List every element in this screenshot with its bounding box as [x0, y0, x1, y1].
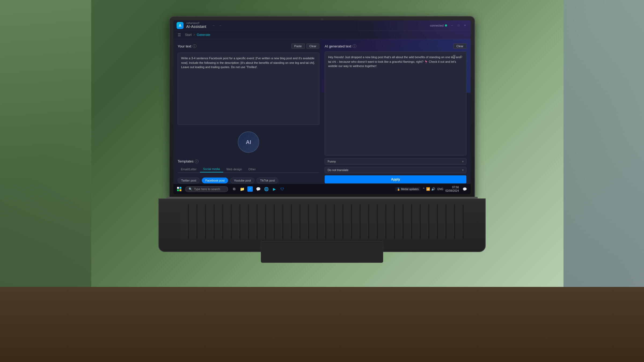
- app2-icon: ▶: [273, 187, 276, 191]
- ai-avatar: AI: [238, 131, 259, 153]
- taskbar-discord[interactable]: 💬: [254, 185, 262, 193]
- ai-generated-text: Hey friends! Just dropped a new blog pos…: [328, 56, 461, 68]
- window-controls: − □ ×: [450, 23, 467, 28]
- title-bar-right: connected − □ ×: [430, 23, 467, 28]
- ai-avatar-section: AI: [178, 129, 319, 156]
- ai-generated-header: AI generated text i Clear: [325, 43, 466, 49]
- notification-button[interactable]: 💬: [461, 185, 469, 193]
- tone-select-wrapper: FunnyFormalCasualProfessional ▼: [325, 158, 466, 165]
- right-panel: AI generated text i Clear Hey friends! J…: [325, 43, 466, 183]
- tone-select[interactable]: FunnyFormalCasualProfessional: [325, 158, 466, 165]
- title-bar-left: A Ashampoo® AI-Assistant ← →: [177, 22, 223, 29]
- task-view-button[interactable]: ⧉: [230, 185, 238, 193]
- laptop-lid: A Ashampoo® AI-Assistant ← → connected: [169, 16, 475, 198]
- templates-info-icon[interactable]: i: [195, 160, 199, 163]
- left-panel: Your text i Paste Clear Write a 3-4 sent…: [178, 43, 319, 183]
- chip-youtube[interactable]: Youtube post: [230, 178, 254, 183]
- ai-text-actions: 🗍 ⚙: [451, 54, 464, 60]
- templates-header: Templates i: [178, 159, 319, 163]
- laptop-keyboard: [180, 204, 464, 239]
- breadcrumb-start[interactable]: Start: [185, 33, 192, 37]
- taskbar-app3[interactable]: 🛡: [279, 185, 286, 193]
- clear-button-right[interactable]: Clear: [453, 43, 466, 49]
- taskbar-app2[interactable]: ▶: [270, 185, 278, 193]
- search-placeholder: Type here to search: [194, 187, 220, 191]
- nav-bar: ☰ Start > Generate: [173, 31, 471, 39]
- taskbar: 🔍 Type here to search ⧉ 📁 ✓: [173, 184, 471, 194]
- paste-button[interactable]: Paste: [291, 43, 305, 49]
- start-button[interactable]: [175, 185, 183, 193]
- tab-email[interactable]: Email/Letter: [178, 166, 200, 172]
- laptop-screen: A Ashampoo® AI-Assistant ← → connected: [173, 20, 471, 194]
- notification-icon: 💬: [463, 187, 467, 191]
- connected-label: connected: [430, 24, 444, 27]
- app-window: A Ashampoo® AI-Assistant ← → connected: [173, 20, 471, 194]
- right-panel-content: AI generated text i Clear Hey friends! J…: [325, 43, 466, 183]
- medal-icon: 🏅: [397, 188, 400, 191]
- tab-social[interactable]: Social media: [200, 166, 223, 172]
- close-button[interactable]: ×: [463, 23, 467, 28]
- network-icon[interactable]: 📶: [426, 187, 430, 191]
- taskbar-chrome[interactable]: 🌐: [262, 185, 270, 193]
- medal-updates[interactable]: 🏅 Medal updates: [395, 187, 420, 191]
- app-icon: A: [177, 22, 184, 29]
- maximize-button[interactable]: □: [456, 23, 461, 28]
- forward-arrow[interactable]: →: [218, 23, 223, 28]
- sys-icons: ⌃ 📶 🔊: [422, 187, 435, 191]
- chip-twitter[interactable]: Twitter post: [178, 178, 200, 183]
- taskbar-app1[interactable]: ✓: [246, 185, 254, 193]
- breadcrumb-generate[interactable]: Generate: [197, 33, 210, 37]
- search-icon: 🔍: [189, 187, 192, 191]
- laptop-trackpad[interactable]: [261, 241, 383, 263]
- ai-generated-info-icon[interactable]: i: [353, 44, 356, 48]
- laptop-base: [158, 198, 486, 252]
- app-branding: Ashampoo® AI-Assistant: [186, 22, 206, 29]
- copy-button[interactable]: 🗍: [451, 54, 457, 60]
- title-bar: A Ashampoo® AI-Assistant ← → connected: [173, 20, 471, 31]
- chip-tiktok[interactable]: TikTok post: [257, 178, 278, 183]
- main-content: Your text i Paste Clear Write a 3-4 sent…: [173, 39, 471, 188]
- chrome-icon: 🌐: [264, 187, 269, 191]
- template-tabs: Email/Letter Social media Web design Oth…: [178, 166, 319, 173]
- settings-button[interactable]: ⚙: [458, 54, 464, 60]
- nav-arrows: ← →: [211, 23, 223, 28]
- back-arrow[interactable]: ←: [211, 23, 217, 28]
- translate-select[interactable]: Do not translateEnglishGermanFrench: [325, 167, 466, 173]
- task-view-icon: ⧉: [233, 187, 235, 191]
- taskbar-sys: 🏅 Medal updates ⌃ 📶 🔊 ENG 07:56 02/08/20…: [395, 185, 469, 193]
- minimize-button[interactable]: −: [450, 23, 455, 28]
- templates-title: Templates i: [178, 159, 199, 163]
- volume-icon[interactable]: 🔊: [431, 187, 435, 191]
- hamburger-menu[interactable]: ☰: [178, 33, 181, 37]
- taskbar-search[interactable]: 🔍 Type here to search: [185, 186, 228, 192]
- explorer-icon: 📁: [240, 187, 244, 191]
- taskbar-explorer[interactable]: 📁: [238, 185, 246, 193]
- template-chips: Twitter post Facebook post Youtube post …: [178, 178, 319, 183]
- windows-icon: [177, 187, 181, 191]
- app3-icon: 🛡: [280, 187, 284, 191]
- ashampoo-taskbar-icon: ✓: [247, 186, 253, 192]
- apply-button[interactable]: Apply: [325, 175, 466, 183]
- tab-web[interactable]: Web design: [223, 166, 245, 172]
- templates-section: Templates i Email/Letter Social media We…: [178, 159, 319, 183]
- chip-facebook[interactable]: Facebook post: [202, 178, 228, 183]
- taskbar-time[interactable]: 07:56 02/08/2024: [445, 186, 459, 193]
- ai-text-area: Hey friends! Just dropped a new blog pos…: [325, 51, 466, 156]
- connected-dot: [445, 24, 447, 27]
- your-text-info-icon[interactable]: i: [193, 44, 196, 48]
- time-display: 07:56: [452, 186, 459, 189]
- discord-icon: 💬: [256, 187, 261, 191]
- tab-other[interactable]: Other: [245, 166, 259, 172]
- app-title: AI-Assistant: [186, 24, 206, 29]
- lang-indicator[interactable]: ENG: [437, 188, 443, 191]
- desk: [0, 287, 644, 362]
- brand-name: Ashampoo®: [186, 22, 206, 24]
- your-text-input[interactable]: Write a 3-4 sentence Facebook post for a…: [178, 53, 319, 125]
- translate-select-wrapper: Do not translateEnglishGermanFrench ▼: [325, 167, 466, 173]
- laptop: A Ashampoo® AI-Assistant ← → connected: [169, 16, 475, 290]
- chevron-up-icon[interactable]: ⌃: [422, 187, 425, 191]
- medal-label: Medal updates: [401, 188, 419, 191]
- clear-button-left[interactable]: Clear: [306, 43, 319, 49]
- connected-badge: connected: [430, 24, 447, 27]
- date-display: 02/08/2024: [445, 189, 459, 193]
